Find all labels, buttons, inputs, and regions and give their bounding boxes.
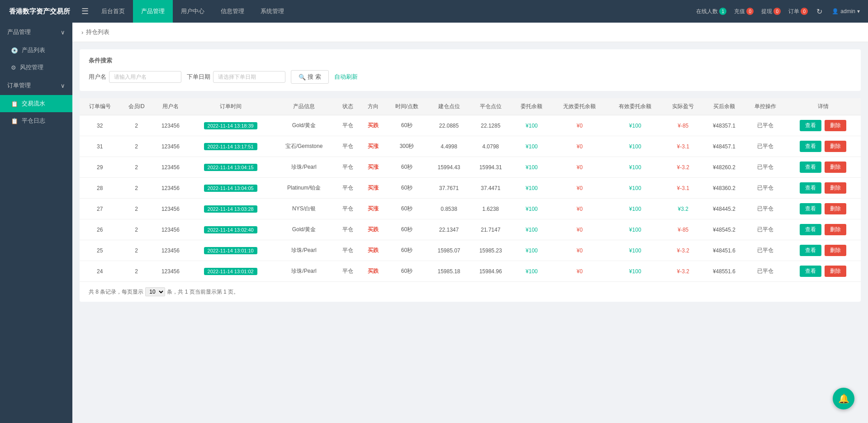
- delete-btn[interactable]: 删除: [825, 245, 846, 256]
- cell-order-time: 2022-11-14 13:17:51: [188, 136, 273, 157]
- view-btn[interactable]: 查看: [800, 162, 821, 173]
- cell-status: 平仓: [335, 199, 360, 219]
- view-btn[interactable]: 查看: [800, 182, 821, 194]
- view-btn[interactable]: 查看: [800, 141, 821, 152]
- cell-detail: 查看 删除: [785, 261, 861, 282]
- cell-member-id: 2: [120, 136, 153, 157]
- cell-member-id: 2: [120, 115, 153, 136]
- sidebar-item-close-log[interactable]: 📋 平仓日志: [0, 112, 72, 129]
- per-page-select[interactable]: 10 20 50: [145, 287, 165, 296]
- col-detail: 详情: [785, 98, 861, 115]
- admin-info[interactable]: 👤 admin ▾: [828, 8, 863, 14]
- col-entrust: 委托余额: [512, 98, 552, 115]
- delete-btn[interactable]: 删除: [825, 266, 846, 277]
- cell-open-price: 15985.07: [428, 240, 470, 261]
- cell-close-price: 21.7147: [470, 219, 512, 240]
- cell-open-price: 4.4998: [428, 136, 470, 157]
- search-button[interactable]: 🔍 搜 索: [291, 70, 329, 84]
- delete-btn[interactable]: 删除: [825, 203, 846, 214]
- cell-order-id: 29: [80, 157, 120, 178]
- cell-product: Platinum/铂金: [273, 178, 335, 199]
- cell-profit: ¥-3.1: [663, 178, 703, 199]
- sidebar-section-products: 产品管理 ∨ 💿 产品列表 ⚙ 风控管理: [0, 23, 72, 76]
- sidebar-item-transactions[interactable]: 📋 交易流水: [0, 95, 72, 112]
- pagination-pages: 条，共 1 页当前显示第 1 页。: [167, 288, 239, 296]
- auto-refresh-btn[interactable]: 自动刷新: [334, 73, 358, 81]
- cell-order-id: 25: [80, 240, 120, 261]
- nav-item-products[interactable]: 产品管理: [133, 0, 173, 23]
- online-count-badge: 1: [719, 8, 726, 15]
- delete-btn[interactable]: 删除: [825, 162, 846, 173]
- cell-member-id: 2: [120, 178, 153, 199]
- col-open-price: 建仓点位: [428, 98, 470, 115]
- cell-profit: ¥-85: [663, 219, 703, 240]
- date-input[interactable]: [213, 71, 285, 83]
- cell-open-price: 0.8538: [428, 199, 470, 219]
- float-notification-btn[interactable]: 🔔: [833, 388, 854, 409]
- table-row: 25 2 123456 2022-11-14 13:01:10 珍珠/Pearl…: [80, 240, 861, 261]
- sidebar-item-risk-control[interactable]: ⚙ 风控管理: [0, 59, 72, 76]
- col-valid-entrust: 有效委托余额: [607, 98, 663, 115]
- cell-direction: 买涨: [360, 178, 386, 199]
- pagination: 共 8 条记录，每页显示 10 20 50 条，共 1 页当前显示第 1 页。: [80, 282, 861, 302]
- view-btn[interactable]: 查看: [800, 120, 821, 131]
- col-profit: 实际盈亏: [663, 98, 703, 115]
- sidebar-group-orders-chevron: ∨: [61, 82, 65, 89]
- withdraw-badge: 0: [773, 8, 781, 15]
- sidebar-item-close-log-label: 平仓日志: [22, 117, 45, 125]
- cell-direction: 买跌: [360, 261, 386, 282]
- online-count-action[interactable]: 在线人数 1: [693, 8, 729, 15]
- menu-toggle-icon[interactable]: ☰: [77, 6, 93, 16]
- col-order-id: 订单编号: [80, 98, 120, 115]
- cell-username: 123456: [153, 136, 188, 157]
- delete-btn[interactable]: 删除: [825, 182, 846, 194]
- view-btn[interactable]: 查看: [800, 224, 821, 235]
- cell-member-id: 2: [120, 219, 153, 240]
- cell-username: 123456: [153, 178, 188, 199]
- cell-order-time: 2022-11-14 13:04:15: [188, 157, 273, 178]
- nav-item-info[interactable]: 信息管理: [213, 0, 252, 23]
- orders-table: 订单编号 会员ID 用户名 订单时间 产品信息 状态 方向 时间/点数 建仓点位…: [80, 98, 861, 282]
- sidebar-item-transactions-label: 交易流水: [22, 100, 45, 108]
- sidebar-group-orders-label: 订单管理: [7, 81, 31, 90]
- withdraw-action[interactable]: 提现 0: [759, 8, 783, 15]
- sidebar-item-product-list[interactable]: 💿 产品列表: [0, 42, 72, 59]
- nav-item-system[interactable]: 系统管理: [252, 0, 292, 23]
- online-count-label: 在线人数: [696, 8, 718, 15]
- delete-btn[interactable]: 删除: [825, 141, 846, 152]
- nav-item-users[interactable]: 用户中心: [173, 0, 213, 23]
- recharge-action[interactable]: 充值 0: [731, 8, 756, 15]
- delete-btn[interactable]: 删除: [825, 120, 846, 131]
- sidebar-group-products-chevron: ∨: [61, 29, 65, 36]
- cell-operation: 已平仓: [745, 199, 785, 219]
- sidebar: 产品管理 ∨ 💿 产品列表 ⚙ 风控管理 订单管理 ∨ 📋 交易流水 📋: [0, 23, 72, 423]
- view-btn[interactable]: 查看: [800, 203, 821, 214]
- withdraw-label: 提现: [761, 8, 772, 15]
- cell-detail: 查看 删除: [785, 199, 861, 219]
- view-btn[interactable]: 查看: [800, 266, 821, 277]
- cell-time-points: 300秒: [385, 136, 428, 157]
- cell-order-time: 2022-11-14 13:18:39: [188, 115, 273, 136]
- cell-operation: 已平仓: [745, 178, 785, 199]
- view-btn[interactable]: 查看: [800, 245, 821, 256]
- delete-btn[interactable]: 删除: [825, 224, 846, 235]
- cell-invalid-entrust: ¥0: [552, 199, 607, 219]
- order-action[interactable]: 订单 0: [786, 8, 811, 15]
- cell-direction: 买涨: [360, 157, 386, 178]
- cell-open-price: 22.0885: [428, 115, 470, 136]
- cell-invalid-entrust: ¥0: [552, 261, 607, 282]
- cell-username: 123456: [153, 115, 188, 136]
- refresh-icon[interactable]: ↻: [813, 7, 826, 16]
- cell-username: 123456: [153, 157, 188, 178]
- sidebar-group-products[interactable]: 产品管理 ∨: [0, 23, 72, 42]
- username-input[interactable]: [109, 71, 181, 83]
- username-field: 用户名: [89, 71, 181, 83]
- cell-product: 珍珠/Pearl: [273, 157, 335, 178]
- sidebar-group-orders[interactable]: 订单管理 ∨: [0, 76, 72, 95]
- cell-valid-entrust: ¥100: [607, 219, 663, 240]
- cell-time-points: 60秒: [385, 261, 428, 282]
- cell-open-price: 15994.43: [428, 157, 470, 178]
- cell-profit: ¥-3.2: [663, 240, 703, 261]
- sidebar-group-products-label: 产品管理: [7, 28, 31, 36]
- nav-item-dashboard[interactable]: 后台首页: [93, 0, 133, 23]
